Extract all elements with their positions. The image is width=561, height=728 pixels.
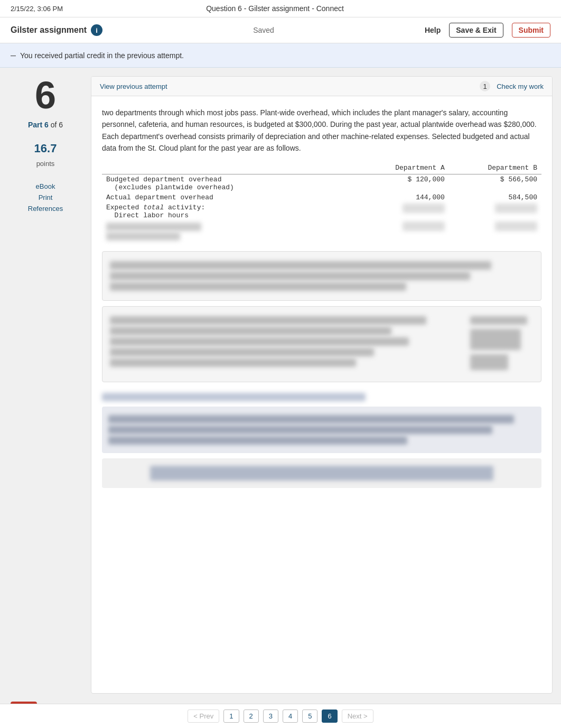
table-cell-a: $ 120,000 bbox=[357, 174, 449, 192]
prev-page-button[interactable]: < Prev bbox=[188, 709, 219, 723]
help-button[interactable]: Help bbox=[425, 26, 441, 34]
sidebar-links: eBook Print References bbox=[28, 182, 63, 213]
assignment-title: Gilster assignment bbox=[11, 25, 87, 35]
ebook-link[interactable]: eBook bbox=[36, 182, 55, 190]
question-card: View previous attempt 1 Check my work tw… bbox=[91, 76, 553, 694]
page-button-4[interactable]: 4 bbox=[283, 709, 298, 723]
question-paragraph: two departments through which most jobs … bbox=[102, 107, 541, 154]
table-header-dept-a: Department A bbox=[357, 163, 449, 174]
next-page-button[interactable]: Next > bbox=[342, 709, 373, 723]
view-previous-attempt-link[interactable]: View previous attempt bbox=[100, 82, 167, 90]
print-link[interactable]: Print bbox=[39, 193, 53, 201]
timestamp: 2/15/22, 3:06 PM bbox=[11, 5, 63, 13]
part-info: Part 6 of 6 bbox=[28, 121, 63, 129]
save-exit-button[interactable]: Save & Exit bbox=[449, 23, 503, 38]
part-total-label: of 6 bbox=[51, 121, 63, 129]
partial-credit-text: You received partial credit in the previ… bbox=[20, 51, 184, 60]
footer-pagination: < Prev 1 2 3 4 5 6 Next > bbox=[0, 704, 561, 728]
table-cell-label: Expected total activity: Direct labor ho… bbox=[102, 202, 357, 220]
table-cell-a: 144,000 bbox=[357, 192, 449, 202]
blurred-section-2 bbox=[102, 306, 541, 382]
table-cell-b-blurred bbox=[449, 202, 541, 220]
header-actions: Help Save & Exit Submit bbox=[425, 23, 550, 38]
table-cell-b: $ 566,500 bbox=[449, 174, 541, 192]
header-left: Gilster assignment i bbox=[11, 24, 102, 36]
points-label: points bbox=[36, 160, 55, 168]
page-button-1[interactable]: 1 bbox=[223, 709, 239, 723]
table-cell-a-blurred bbox=[357, 202, 449, 220]
table-cell-a-blurred2 bbox=[357, 220, 449, 243]
table-cell-label: Budgeted department overhead (excludes p… bbox=[102, 174, 357, 192]
table-cell-blurred bbox=[102, 220, 357, 243]
question-prompt-section bbox=[102, 393, 541, 401]
info-icon[interactable]: i bbox=[91, 24, 102, 36]
table-row: Budgeted department overhead (excludes p… bbox=[102, 174, 541, 192]
page-button-3[interactable]: 3 bbox=[263, 709, 278, 723]
check-my-work-button[interactable]: Check my work bbox=[497, 82, 544, 90]
table-cell-b-blurred2 bbox=[449, 220, 541, 243]
page-button-6[interactable]: 6 bbox=[322, 709, 337, 723]
question-number: 6 bbox=[35, 76, 56, 114]
overhead-table: Department A Department B Budgeted depar… bbox=[102, 163, 541, 243]
page-button-5[interactable]: 5 bbox=[302, 709, 317, 723]
left-sidebar: 6 Part 6 of 6 16.7 points eBook Print Re… bbox=[8, 76, 82, 694]
top-bar: 2/15/22, 3:06 PM Question 6 - Gilster as… bbox=[0, 0, 561, 17]
table-cell-b: 584,500 bbox=[449, 192, 541, 202]
table-row bbox=[102, 220, 541, 243]
table-row: Actual department overhead 144,000 584,5… bbox=[102, 192, 541, 202]
data-table-container: Department A Department B Budgeted depar… bbox=[102, 163, 541, 243]
table-header-dept-b: Department B bbox=[449, 163, 541, 174]
blurred-section-1 bbox=[102, 251, 541, 301]
main-layout: 6 Part 6 of 6 16.7 points eBook Print Re… bbox=[0, 68, 561, 702]
dash-icon: – bbox=[11, 50, 16, 61]
page-button-2[interactable]: 2 bbox=[244, 709, 259, 723]
table-cell-label: Actual department overhead bbox=[102, 192, 357, 202]
header: Gilster assignment i Saved Help Save & E… bbox=[0, 17, 561, 43]
part-label: Part 6 bbox=[28, 121, 49, 129]
submit-button[interactable]: Submit bbox=[512, 23, 550, 38]
table-header-empty bbox=[102, 163, 357, 174]
page-title: Question 6 - Gilster assignment - Connec… bbox=[206, 4, 344, 13]
partial-credit-banner: – You received partial credit in the pre… bbox=[0, 43, 561, 68]
attempt-links: View previous attempt bbox=[100, 82, 167, 90]
question-card-header: View previous attempt 1 Check my work bbox=[91, 77, 552, 96]
references-link[interactable]: References bbox=[28, 205, 63, 213]
table-row: Expected total activity: Direct labor ho… bbox=[102, 202, 541, 220]
table-header-row: Department A Department B bbox=[102, 163, 541, 174]
answer-input-area bbox=[102, 458, 541, 488]
points-value: 16.7 bbox=[34, 142, 57, 155]
attempt-badge: 1 bbox=[480, 81, 490, 91]
content-body: two departments through which most jobs … bbox=[91, 96, 552, 499]
save-status: Saved bbox=[253, 26, 274, 34]
question-text-blurred bbox=[102, 407, 541, 453]
